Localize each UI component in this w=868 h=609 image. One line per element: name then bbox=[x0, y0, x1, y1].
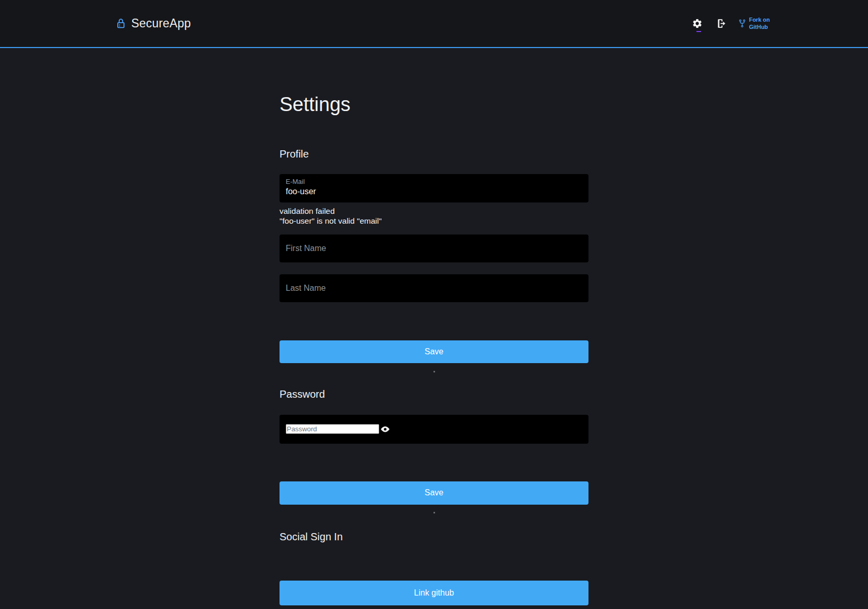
email-field: E-Mail bbox=[280, 174, 588, 202]
password-heading: Password bbox=[280, 388, 588, 400]
validation-message: validation failed "foo-user" is not vali… bbox=[280, 206, 588, 226]
fork-on-github-link[interactable]: Fork on GitHub bbox=[738, 17, 770, 30]
settings-button[interactable] bbox=[690, 16, 705, 31]
header-actions: Fork on GitHub bbox=[690, 16, 770, 31]
show-password-button[interactable] bbox=[379, 424, 391, 434]
social-sign-in-heading: Social Sign In bbox=[280, 531, 588, 543]
lock-icon bbox=[116, 18, 126, 29]
logout-icon bbox=[716, 18, 727, 29]
settings-page: Settings Profile E-Mail validation faile… bbox=[280, 93, 588, 605]
email-input[interactable] bbox=[286, 186, 582, 196]
page-title: Settings bbox=[280, 93, 588, 116]
brand-name: SecureApp bbox=[131, 17, 191, 30]
link-github-button[interactable]: Link github bbox=[280, 581, 588, 605]
password-input[interactable] bbox=[286, 424, 379, 434]
last-name-input[interactable] bbox=[286, 284, 582, 293]
brand-logo[interactable]: SecureApp bbox=[116, 17, 191, 30]
settings-active-indicator bbox=[696, 31, 701, 32]
gear-icon bbox=[692, 18, 703, 29]
password-save-button[interactable]: Save bbox=[280, 481, 588, 505]
profile-save-button[interactable]: Save bbox=[280, 340, 588, 363]
fork-label: Fork on GitHub bbox=[749, 17, 770, 30]
collapsed-indicator-dot bbox=[433, 512, 435, 513]
password-field bbox=[280, 415, 588, 444]
email-label: E-Mail bbox=[286, 178, 582, 186]
first-name-input[interactable] bbox=[286, 244, 582, 253]
first-name-field bbox=[280, 235, 588, 262]
git-fork-icon bbox=[738, 19, 746, 28]
last-name-field bbox=[280, 274, 588, 302]
logout-button[interactable] bbox=[714, 16, 729, 31]
eye-icon bbox=[380, 425, 390, 433]
validation-line-1: validation failed bbox=[280, 206, 588, 216]
validation-line-2: "foo-user" is not valid "email" bbox=[280, 216, 588, 226]
collapsed-indicator-dot bbox=[433, 371, 435, 372]
app-header: SecureApp bbox=[0, 0, 868, 48]
profile-heading: Profile bbox=[280, 148, 588, 160]
